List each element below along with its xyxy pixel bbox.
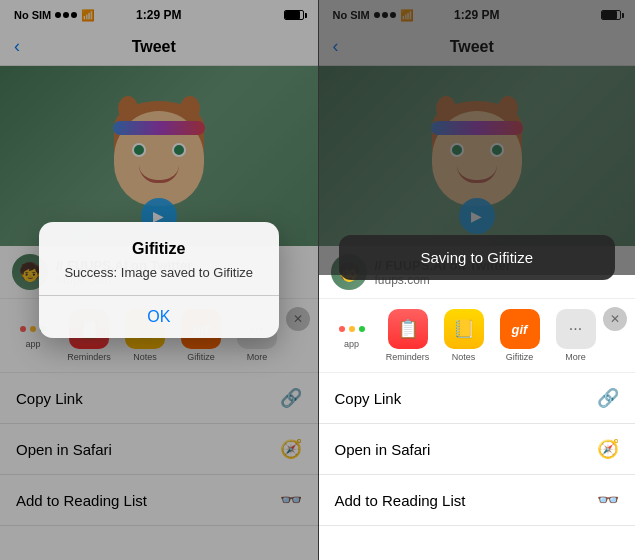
action-reading-list-right[interactable]: Add to Reading List 👓 <box>319 475 636 526</box>
gif-icon-right: gif <box>500 309 540 349</box>
safari-icon-right: 🧭 <box>597 438 619 460</box>
share-item-notes-right[interactable]: 📒 Notes <box>439 309 489 362</box>
reading-list-label-right: Add to Reading List <box>335 492 466 509</box>
alert-message-left: Success: Image saved to Gifitize <box>55 264 263 282</box>
right-phone-panel: No SIM 📶 1:29 PM ‹ Tweet <box>318 0 636 560</box>
copy-link-label-right: Copy Link <box>335 390 402 407</box>
left-phone-panel: No SIM 📶 1:29 PM ‹ Tweet <box>0 0 318 560</box>
alert-box-left: Gifitize Success: Image saved to Gifitiz… <box>39 222 279 337</box>
share-item-app-right[interactable]: app <box>327 322 377 349</box>
alert-ok-button-left[interactable]: OK <box>39 296 279 338</box>
reading-icon-right: 👓 <box>597 489 619 511</box>
alert-content-left: Gifitize Success: Image saved to Gifitiz… <box>39 222 279 294</box>
action-list-right: Copy Link 🔗 Open in Safari 🧭 Add to Read… <box>319 373 636 560</box>
notes-icon-right: 📒 <box>444 309 484 349</box>
share-item-reminders-right[interactable]: 📋 Reminders <box>383 309 433 362</box>
gifitize-label-right: Gifitize <box>495 352 545 362</box>
share-row-right: app 📋 Reminders 📒 Notes gif Gifitize ···… <box>319 299 636 373</box>
app-label-right: app <box>327 339 377 349</box>
reminders-icon-right: 📋 <box>388 309 428 349</box>
open-safari-label-right: Open in Safari <box>335 441 431 458</box>
alert-title-left: Gifitize <box>55 240 263 258</box>
share-item-gifitize-right[interactable]: gif Gifitize <box>495 309 545 362</box>
link-icon-right: 🔗 <box>597 387 619 409</box>
more-dots-right: ··· <box>556 309 596 349</box>
more-label-right: More <box>551 352 601 362</box>
notes-label-right: Notes <box>439 352 489 362</box>
reminders-label-right: Reminders <box>383 352 433 362</box>
share-item-more-right[interactable]: ··· More <box>551 309 601 362</box>
toast-overlay-right <box>319 0 636 275</box>
dots-right <box>339 322 365 336</box>
action-copy-link-right[interactable]: Copy Link 🔗 <box>319 373 636 424</box>
sheet-close-right[interactable]: ✕ <box>603 307 627 331</box>
alert-overlay-left: Gifitize Success: Image saved to Gifitiz… <box>0 0 318 560</box>
action-open-safari-right[interactable]: Open in Safari 🧭 <box>319 424 636 475</box>
saving-toast-right: Saving to Gifitize <box>339 235 616 280</box>
